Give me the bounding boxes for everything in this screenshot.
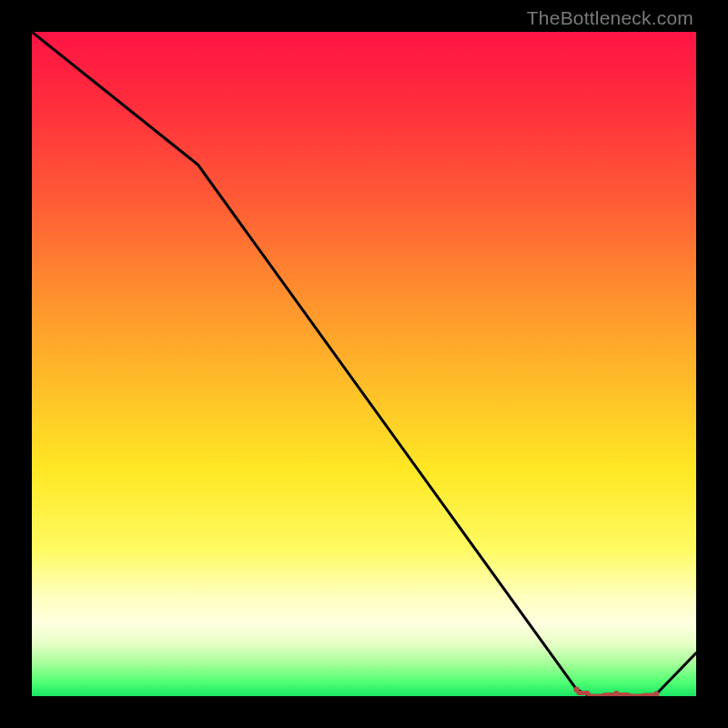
data-line	[32, 32, 696, 696]
dotted-segment	[573, 687, 659, 697]
chart-container: TheBottleneck.com	[0, 0, 728, 728]
plot-area	[32, 32, 696, 696]
svg-point-9	[613, 691, 619, 696]
line-overlay	[32, 32, 696, 696]
svg-point-6	[573, 687, 579, 693]
attribution-text: TheBottleneck.com	[527, 7, 693, 29]
